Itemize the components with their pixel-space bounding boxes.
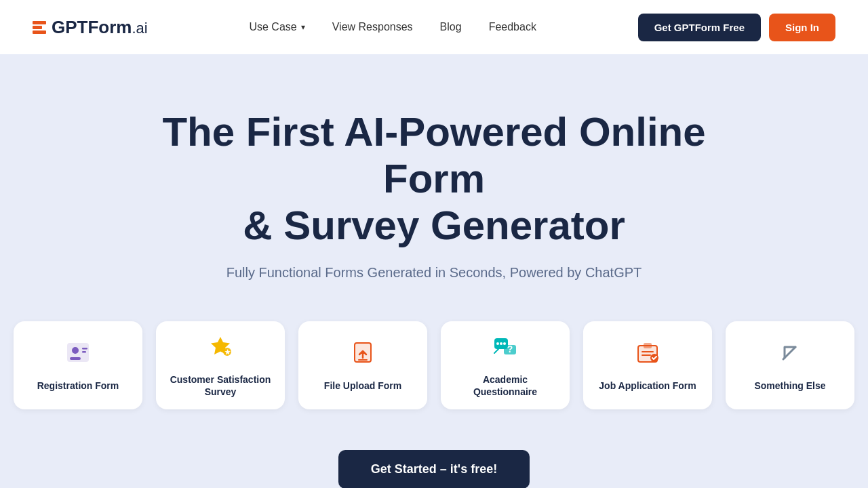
card-file-upload[interactable]: File Upload Form	[298, 321, 427, 409]
svg-point-13	[503, 342, 506, 345]
nav-view-responses[interactable]: View Responses	[332, 21, 413, 33]
card-survey[interactable]: ★ Customer Satisfaction Survey	[156, 321, 285, 409]
card-something-else[interactable]: Something Else	[726, 321, 854, 409]
card-job-label: Job Application Form	[599, 380, 696, 392]
card-file-upload-label: File Upload Form	[324, 380, 401, 392]
svg-point-12	[500, 342, 502, 345]
card-questionnaire-label: Academic Questionnaire	[452, 373, 559, 398]
svg-rect-3	[82, 348, 87, 350]
nav-blog[interactable]: Blog	[440, 21, 462, 33]
card-registration-label: Registration Form	[37, 380, 119, 392]
svg-rect-18	[644, 343, 652, 348]
get-gptform-free-button[interactable]: Get GPTForm Free	[638, 14, 761, 41]
card-questionnaire[interactable]: ? Academic Questionnaire	[441, 321, 570, 409]
logo-ai: .ai	[132, 20, 147, 37]
nav-use-case[interactable]: Use Case	[249, 21, 304, 33]
upload-icon	[349, 339, 376, 370]
card-survey-label: Customer Satisfaction Survey	[167, 373, 274, 398]
job-icon	[634, 339, 661, 370]
get-started-button[interactable]: Get Started – it's free!	[338, 450, 530, 488]
logo-icon	[33, 21, 46, 34]
logo-gpt: GPT	[52, 17, 87, 37]
sign-in-button[interactable]: Sign In	[769, 14, 835, 41]
nav-links: Use Case View Responses Blog Feedback	[249, 21, 536, 33]
navbar: GPTForm.ai Use Case View Responses Blog …	[0, 0, 868, 54]
hero-title-line2: & Survey Generator	[243, 203, 625, 248]
logo-text: GPTForm.ai	[52, 17, 148, 38]
logo[interactable]: GPTForm.ai	[33, 17, 148, 38]
hero-title: The First AI-Powered Online Form & Surve…	[129, 108, 739, 249]
svg-text:?: ?	[507, 344, 513, 354]
svg-rect-2	[70, 357, 81, 360]
survey-icon: ★	[207, 333, 234, 364]
svg-rect-19	[642, 351, 654, 352]
else-icon	[776, 339, 804, 370]
hero-title-line1: The First AI-Powered Online Form	[162, 109, 705, 201]
svg-text:★: ★	[224, 348, 231, 356]
svg-rect-9	[358, 359, 368, 361]
card-job[interactable]: Job Application Form	[583, 321, 712, 409]
hero-subtitle: Fully Functional Forms Generated in Seco…	[226, 265, 642, 281]
svg-rect-20	[642, 354, 651, 356]
navbar-actions: Get GPTForm Free Sign In	[638, 14, 835, 41]
svg-point-11	[496, 342, 499, 345]
card-registration[interactable]: Registration Form	[14, 321, 142, 409]
svg-point-1	[72, 347, 79, 354]
card-something-else-label: Something Else	[754, 380, 825, 392]
svg-rect-4	[82, 351, 86, 353]
hero-section: The First AI-Powered Online Form & Surve…	[0, 54, 868, 488]
questionnaire-icon: ?	[492, 333, 519, 364]
cards-row: Registration Form ★ Customer Satisfactio…	[14, 321, 854, 409]
registration-icon	[64, 339, 92, 370]
logo-form: Form	[87, 17, 132, 37]
nav-feedback[interactable]: Feedback	[489, 21, 536, 33]
